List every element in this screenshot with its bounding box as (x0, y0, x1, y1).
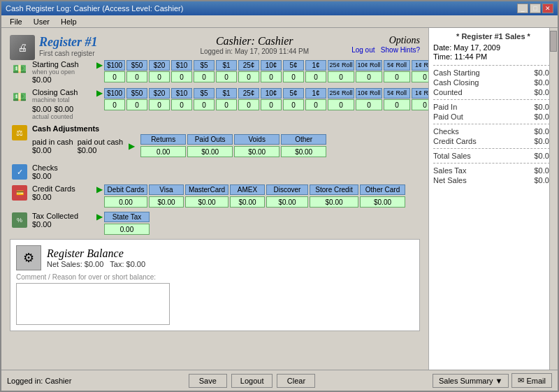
closing-amount2: $0.00 (55, 105, 74, 113)
menu-help[interactable]: Help (55, 16, 82, 27)
cc-input-amex[interactable] (230, 196, 265, 208)
rp-row-paid-in: Paid In $0.00 (433, 103, 553, 111)
closing-input-25c[interactable] (238, 99, 259, 110)
rp-divider-3 (433, 124, 553, 124)
closing-input-1c[interactable] (305, 99, 326, 110)
credit-cards-arrow[interactable]: ▶ (95, 184, 104, 194)
tax-arrow[interactable]: ▶ (95, 212, 104, 222)
adj-paid-out-col: paid out cash $0.00 (78, 138, 123, 154)
closing-input-100[interactable] (104, 99, 125, 110)
starting-input-100[interactable] (104, 71, 125, 82)
cc-input-other[interactable] (360, 196, 405, 208)
tax-collected-main: Tax Collected (32, 212, 95, 220)
menu-user[interactable]: User (28, 16, 55, 27)
adj-input-other[interactable] (281, 146, 326, 157)
adj-paid-out-amount: $0.00 (78, 146, 97, 154)
starting-cash-arrow[interactable]: ▶ (95, 60, 104, 70)
window-controls[interactable]: _ □ ✕ (517, 3, 553, 13)
adj-input-voids[interactable] (234, 146, 280, 157)
scrollbar-thumb[interactable] (550, 31, 557, 52)
closing-input-10c[interactable] (261, 99, 282, 110)
adj-arrow[interactable]: ▶ (127, 141, 136, 151)
starting-input-20[interactable] (149, 71, 170, 82)
cash-adj-row: ⚖ Cash Adjustments paid in cash $0.00 (10, 124, 420, 159)
sales-summary-button[interactable]: Sales Summary ▼ (433, 374, 509, 388)
closing-input-50[interactable] (126, 99, 147, 110)
menu-file[interactable]: File (4, 16, 28, 27)
tax-headers: State Tax (104, 212, 420, 222)
starting-input-5c-roll[interactable] (384, 71, 410, 82)
adj-input-paidouts[interactable] (187, 146, 233, 157)
adj-input-returns[interactable] (140, 146, 186, 157)
starting-input-10[interactable] (171, 71, 192, 82)
checks-label: Checks $0.00 (32, 164, 95, 180)
starting-cash-denoms: $100 $50 $20 $10 $5 $1 25¢ 10¢ 5¢ 1¢ 25¢… (104, 60, 428, 82)
closing-input-10[interactable] (171, 99, 192, 110)
closing-input-20[interactable] (149, 99, 170, 110)
minimize-button[interactable]: _ (517, 3, 528, 13)
starting-input-5[interactable] (194, 71, 215, 82)
rp-divider-1 (433, 65, 553, 66)
maximize-button[interactable]: □ (530, 3, 541, 13)
credit-cards-icon: 💳 (10, 184, 29, 201)
starting-input-5c[interactable] (283, 71, 304, 82)
balance-comment-input[interactable] (16, 283, 170, 325)
starting-input-25c-roll[interactable] (328, 71, 354, 82)
cc-input-debit[interactable] (104, 196, 147, 208)
rp-row-cash-starting: Cash Starting $0.00 (433, 68, 553, 77)
tax-collected-amount: $0.00 (32, 220, 95, 228)
starting-input-1c[interactable] (305, 71, 326, 82)
cl-denom-10c: 10¢ (261, 88, 282, 99)
denom-10c-roll: 10¢ Roll (356, 60, 382, 71)
logout-button[interactable]: Logout (231, 374, 273, 388)
closing-input-25c-roll[interactable] (328, 99, 354, 110)
rp-row-counted: Counted $0.00 (433, 88, 553, 96)
closing-input-1c-roll[interactable] (412, 99, 428, 110)
rp-row-total-sales: Total Sales $0.00 (433, 152, 553, 160)
rp-net-sales-label: Net Sales (433, 176, 467, 184)
rp-row-cash-closing: Cash Closing $0.00 (433, 78, 553, 87)
closing-cash-sub1: machine total (32, 96, 95, 103)
cc-col-other: Other Card (360, 184, 405, 195)
rp-credit-cards-label: Credit Cards (433, 137, 477, 145)
starting-input-50[interactable] (126, 71, 147, 82)
register-info: 🖨 Register #1 First cash register (10, 35, 173, 60)
tax-table: State Tax (104, 212, 420, 235)
starting-input-1c-roll[interactable] (412, 71, 428, 82)
adj-table: Returns Paid Outs Voids Other (140, 134, 326, 157)
cc-input-discover[interactable] (266, 196, 308, 208)
cc-input-mc[interactable] (185, 196, 228, 208)
tax-input-state[interactable] (104, 224, 150, 235)
cl-denom-1c: 1¢ (305, 88, 326, 99)
log-out-link[interactable]: Log out (351, 46, 375, 54)
starting-input-1[interactable] (216, 71, 237, 82)
rp-row-checks: Checks $0.00 (433, 127, 553, 136)
closing-cash-arrow[interactable]: ▶ (95, 88, 104, 98)
checks-row: ✓ Checks $0.00 (10, 164, 420, 180)
closing-input-5c-roll[interactable] (384, 99, 410, 110)
closing-input-1[interactable] (216, 99, 237, 110)
adj-col-voids: Voids (234, 134, 280, 145)
dropdown-icon: ▼ (495, 377, 503, 385)
close-button[interactable]: ✕ (542, 3, 553, 13)
rp-sales-tax-label: Sales Tax (433, 166, 467, 175)
starting-input-25c[interactable] (238, 71, 259, 82)
starting-input-10c-roll[interactable] (356, 71, 382, 82)
cc-input-store[interactable] (310, 196, 358, 208)
closing-input-10c-roll[interactable] (356, 99, 382, 110)
right-panel-scrollbar[interactable] (549, 28, 558, 370)
closing-input-5c[interactable] (283, 99, 304, 110)
cash-adj-icon: ⚖ (10, 124, 29, 141)
cc-input-visa[interactable] (149, 196, 184, 208)
starting-input-10c[interactable] (261, 71, 282, 82)
rp-divider-4 (433, 148, 553, 149)
cc-col-mc: MasterCard (185, 184, 228, 195)
closing-input-5[interactable] (194, 99, 215, 110)
main-window: Cash Register Log: Cashier (Access Level… (0, 0, 559, 392)
show-hints-link[interactable]: Show Hints? (381, 46, 420, 54)
save-button[interactable]: Save (189, 374, 227, 388)
closing-cash-icon: 💵 (10, 88, 29, 105)
email-button[interactable]: ✉ Email (511, 373, 552, 388)
denom-10c: 10¢ (261, 60, 282, 71)
clear-button[interactable]: Clear (277, 374, 315, 388)
